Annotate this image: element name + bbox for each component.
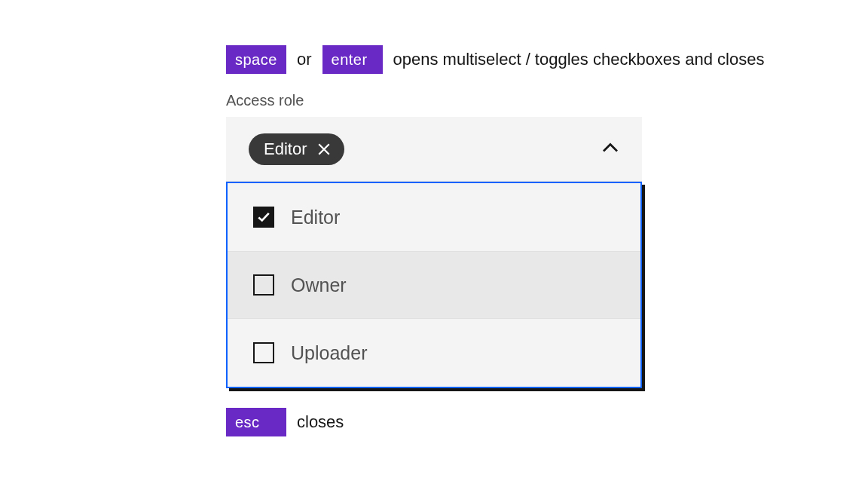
hint-top-desc: opens multiselect / toggles checkboxes a… xyxy=(393,51,765,68)
selected-chip[interactable]: Editor xyxy=(249,133,344,165)
close-icon[interactable] xyxy=(317,142,331,156)
option-label: Editor xyxy=(291,207,340,228)
key-esc: esc xyxy=(226,408,286,436)
keyboard-hint-top: space or enter opens multiselect / toggl… xyxy=(226,45,799,74)
option-label: Uploader xyxy=(291,342,367,364)
hint-connector: or xyxy=(297,51,312,68)
option-uploader[interactable]: Uploader xyxy=(228,319,640,387)
multiselect-dropdown[interactable]: Editor Owner Uploader xyxy=(226,182,642,388)
chevron-up-icon[interactable] xyxy=(601,139,619,160)
keyboard-hint-bottom: esc closes xyxy=(226,408,799,436)
checkbox-uploader[interactable] xyxy=(253,342,274,363)
multiselect-header[interactable]: Editor xyxy=(226,117,642,182)
key-space: space xyxy=(226,45,286,74)
selected-chip-label: Editor xyxy=(264,139,307,159)
key-enter: enter xyxy=(322,45,383,74)
option-owner[interactable]: Owner xyxy=(228,251,640,319)
checkbox-owner[interactable] xyxy=(253,274,274,296)
checkbox-editor[interactable] xyxy=(253,207,274,228)
field-label: Access role xyxy=(226,92,799,109)
multiselect-combobox[interactable]: Editor xyxy=(226,117,642,182)
option-editor[interactable]: Editor xyxy=(228,183,640,251)
option-label: Owner xyxy=(291,274,347,296)
hint-bottom-desc: closes xyxy=(297,414,344,430)
